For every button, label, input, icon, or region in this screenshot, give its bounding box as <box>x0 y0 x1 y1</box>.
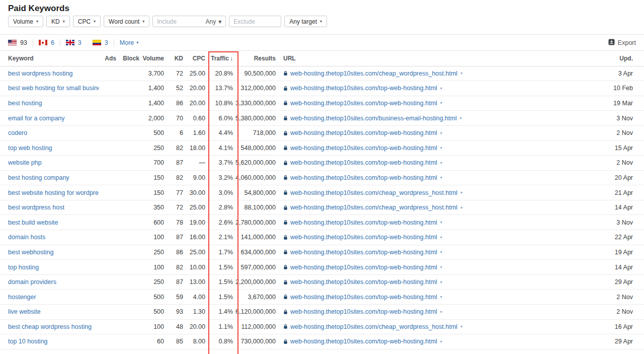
header-volume[interactable]: Volume <box>139 51 164 66</box>
volume-filter-button[interactable]: Volume ▾ <box>8 16 43 27</box>
chevron-down-icon[interactable]: ▾ <box>460 205 462 210</box>
export-button[interactable]: Export <box>608 39 636 47</box>
chevron-down-icon[interactable]: ▾ <box>440 175 442 180</box>
keyword-link[interactable]: best cheap wordpress hosting <box>8 323 92 330</box>
keyword-link[interactable]: best wordpress host <box>8 204 64 211</box>
results-cell: 1,530,000,000 <box>234 349 277 354</box>
country-tab-colombia[interactable]: 3 <box>93 39 108 46</box>
chevron-down-icon[interactable]: ▾ <box>460 71 462 76</box>
cpc-filter-button[interactable]: CPC ▾ <box>73 16 101 27</box>
keyword-link[interactable]: live website <box>8 308 41 315</box>
keyword-link[interactable]: top hosting <box>8 264 39 271</box>
keyword-link[interactable]: best web hosting for small business <box>8 85 99 92</box>
traffic-cell: 3.2% <box>205 170 234 185</box>
url-link[interactable]: web-hosting.thetop10sites.com/top-web-ho… <box>290 159 437 166</box>
header-block[interactable]: Block <box>116 51 139 66</box>
country-tab-united-kingdom[interactable]: 3 <box>66 39 82 46</box>
word-count-filter-button[interactable]: Word count ▾ <box>104 16 149 27</box>
chevron-down-icon[interactable]: ▾ <box>440 339 442 344</box>
url-link[interactable]: web-hosting.thetop10sites.com/top-web-ho… <box>290 85 437 92</box>
url-link[interactable]: web-hosting.thetop10sites.com/business-e… <box>290 115 457 122</box>
table-body: best wordpress hosting 3,700 72 25.00 20… <box>0 66 644 354</box>
traffic-cell: 2.8% <box>205 200 234 215</box>
url-link[interactable]: web-hosting.thetop10sites.com/top-web-ho… <box>290 100 437 107</box>
ads-cell <box>99 349 116 354</box>
lock-icon <box>283 235 288 240</box>
keyword-link[interactable]: website php <box>8 159 42 166</box>
results-cell: 112,000,000 <box>234 319 277 334</box>
keyword-link[interactable]: domain providers <box>8 278 56 286</box>
header-updated[interactable]: Upd. <box>598 51 644 66</box>
url-link[interactable]: web-hosting.thetop10sites.com/top-web-ho… <box>290 234 437 241</box>
keyword-link[interactable]: best hosting company <box>8 174 69 181</box>
url-link[interactable]: web-hosting.thetop10sites.com/top-web-ho… <box>290 278 437 286</box>
chevron-down-icon[interactable]: ▾ <box>440 280 442 285</box>
chevron-down-icon[interactable]: ▾ <box>440 310 442 314</box>
url-link[interactable]: web-hosting.thetop10sites.com/top-web-ho… <box>290 264 437 271</box>
url-link[interactable]: web-hosting.thetop10sites.com/top-web-ho… <box>290 129 437 136</box>
header-keyword[interactable]: Keyword <box>0 51 99 66</box>
url-link[interactable]: web-hosting.thetop10sites.com/top-web-ho… <box>290 338 437 345</box>
url-link[interactable]: web-hosting.thetop10sites.com/cheap_word… <box>290 189 457 196</box>
header-results[interactable]: Results <box>234 51 277 66</box>
results-cell: 5,620,000,000 <box>234 156 277 171</box>
chevron-down-icon[interactable]: ▾ <box>460 116 462 120</box>
include-mode-dropdown[interactable]: Any ▾ <box>206 18 222 25</box>
chevron-down-icon[interactable]: ▾ <box>440 101 442 105</box>
keyword-link[interactable]: top 10 hosting <box>8 338 48 345</box>
header-url[interactable]: URL <box>277 51 598 66</box>
url-link[interactable]: web-hosting.thetop10sites.com/top-web-ho… <box>290 308 437 315</box>
chevron-down-icon[interactable]: ▾ <box>440 250 442 254</box>
volume-cell: 100 <box>139 260 164 275</box>
url-link[interactable]: web-hosting.thetop10sites.com/top-web-ho… <box>290 219 437 226</box>
chevron-down-icon: ▾ <box>218 18 221 25</box>
chevron-down-icon[interactable]: ▾ <box>440 235 442 240</box>
url-link[interactable]: web-hosting.thetop10sites.com/top-web-ho… <box>290 145 437 152</box>
block-cell <box>116 215 139 230</box>
keyword-link[interactable]: top web hosting <box>8 145 52 152</box>
url-link[interactable]: web-hosting.thetop10sites.com/cheap_word… <box>290 204 457 211</box>
cpc-cell: 20.00 <box>183 319 205 334</box>
keyword-link[interactable]: best webhosting <box>8 249 53 256</box>
chevron-down-icon[interactable]: ▾ <box>440 220 442 225</box>
keyword-link[interactable]: best wordpress hosting <box>8 70 73 77</box>
url-link[interactable]: web-hosting.thetop10sites.com/top-web-ho… <box>290 174 437 181</box>
cpc-cell: 25.00 <box>183 200 205 215</box>
chevron-down-icon[interactable]: ▾ <box>440 131 442 135</box>
cpc-cell: 10.00 <box>183 260 205 275</box>
chevron-down-icon[interactable]: ▾ <box>460 190 462 195</box>
more-countries-link[interactable]: More ▾ <box>120 39 139 46</box>
keyword-link[interactable]: best hosting <box>8 100 42 107</box>
kd-filter-button[interactable]: KD ▾ <box>46 16 70 27</box>
table-row: email for a company 2,000 70 0.60 6.0% 5… <box>0 111 644 126</box>
keyword-link[interactable]: hostenger <box>8 294 36 301</box>
include-input[interactable] <box>157 18 205 25</box>
exclude-input[interactable] <box>233 18 277 25</box>
chevron-down-icon[interactable]: ▾ <box>440 86 442 91</box>
keyword-link[interactable]: email for a company <box>8 115 65 122</box>
header-kd[interactable]: KD <box>164 51 183 66</box>
chevron-down-icon[interactable]: ▾ <box>440 146 442 150</box>
keyword-link[interactable]: domain hosts <box>8 234 45 241</box>
keyword-link[interactable]: codero <box>8 129 27 136</box>
united-kingdom-flag-icon <box>66 40 74 45</box>
url-link[interactable]: web-hosting.thetop10sites.com/cheap_word… <box>290 70 457 77</box>
country-tab-canada[interactable]: 6 <box>39 39 54 46</box>
any-target-button[interactable]: Any target ▾ <box>284 16 327 27</box>
chevron-down-icon[interactable]: ▾ <box>440 265 442 269</box>
chevron-down-icon[interactable]: ▾ <box>440 295 442 299</box>
header-traffic[interactable]: Traffic↓ <box>205 51 234 66</box>
country-tab-united-states[interactable]: 93 <box>8 39 27 46</box>
header-cpc[interactable]: CPC <box>183 51 205 66</box>
volume-cell: 350 <box>139 200 164 215</box>
keyword-cell: best webhosting <box>0 245 99 260</box>
chevron-down-icon[interactable]: ▾ <box>460 324 462 329</box>
header-ads[interactable]: Ads <box>99 51 116 66</box>
keyword-link[interactable]: best build website <box>8 219 58 226</box>
lock-icon <box>283 205 288 210</box>
chevron-down-icon[interactable]: ▾ <box>440 161 442 165</box>
url-link[interactable]: web-hosting.thetop10sites.com/cheap_word… <box>290 323 457 330</box>
url-link[interactable]: web-hosting.thetop10sites.com/top-web-ho… <box>290 294 437 301</box>
keyword-link[interactable]: best website hosting for wordpress <box>8 189 99 196</box>
url-link[interactable]: web-hosting.thetop10sites.com/top-web-ho… <box>290 249 437 256</box>
